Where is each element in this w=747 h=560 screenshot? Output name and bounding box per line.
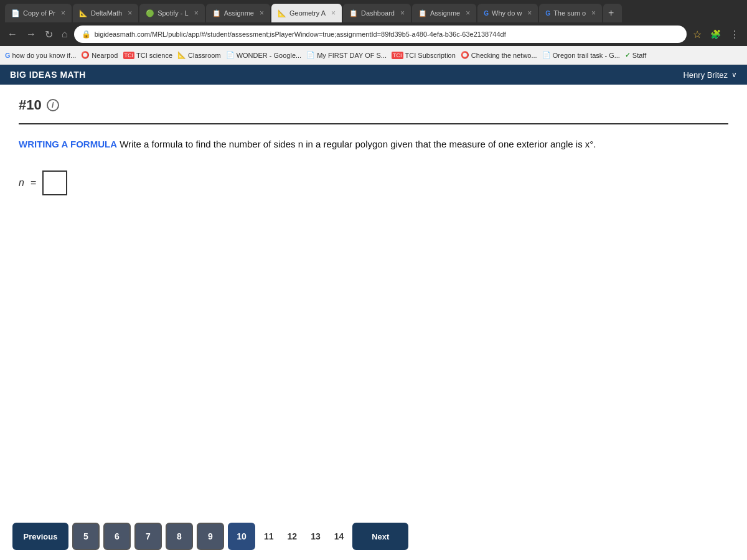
pagination-bar: Previous 5 6 7 8 9 10 11 12 13 14 Next	[0, 513, 747, 560]
tab-label-spotify: Spotify - L	[157, 9, 189, 17]
tab-label-deltamath: DeltaMath	[91, 9, 122, 17]
bookmark-label-checking: Checking the netwo...	[471, 52, 537, 59]
back-button[interactable]: ←	[5, 27, 20, 41]
bookmark-staff[interactable]: ✓ Staff	[625, 51, 646, 59]
main-content: BIG IDEAS MATH Henry Britez ∨ #10 i WRIT…	[0, 65, 747, 560]
bookmark-label-oregon: Oregon trail task - G...	[553, 52, 620, 59]
forward-button[interactable]: →	[24, 27, 39, 41]
equals-sign: =	[31, 177, 36, 189]
bookmark-label-nearpod: Nearpod	[92, 52, 118, 59]
bookmark-icon-checking: ⭕	[461, 51, 469, 59]
page-button-12[interactable]: 12	[283, 523, 303, 550]
bookmark-label-tci: TCI science	[136, 52, 172, 59]
tab-icon-dashboard: 📋	[349, 9, 358, 17]
bookmark-tci[interactable]: TCI TCI science	[123, 52, 173, 59]
tab-close-spotify[interactable]: ×	[194, 9, 199, 17]
tab-close-deltamath[interactable]: ×	[128, 9, 132, 17]
student-info[interactable]: Henry Britez ∨	[683, 70, 737, 80]
question-text: WRITING A FORMULA Write a formula to fin…	[19, 137, 728, 152]
page-button-14[interactable]: 14	[329, 523, 349, 550]
extensions-icon[interactable]: 🧩	[708, 28, 723, 40]
bookmark-firstday[interactable]: 📄 My FIRST DAY OF S...	[306, 51, 387, 59]
tab-icon-deltamath: 📐	[79, 9, 88, 17]
page-button-7[interactable]: 7	[134, 523, 162, 550]
question-type-label: WRITING A FORMULA	[19, 139, 117, 149]
tab-spotify[interactable]: 🟢 Spotify - L ×	[139, 4, 205, 22]
new-tab-button[interactable]: +	[603, 4, 622, 22]
tab-label-assignment1: Assignme	[224, 9, 254, 17]
home-button[interactable]: ⌂	[59, 27, 70, 41]
tab-dashboard[interactable]: 📋 Dashboard ×	[343, 4, 411, 22]
bookmark-label-classroom: Classroom	[188, 52, 221, 59]
address-bar-row: ← → ↻ ⌂ 🔒 bigideasmath.com/MRL/public/ap…	[0, 22, 747, 46]
tab-icon-copy: 📄	[11, 9, 20, 17]
tab-sum[interactable]: G The sum o ×	[539, 4, 602, 22]
page-button-5[interactable]: 5	[72, 523, 100, 550]
tab-icon-assignment2: 📋	[418, 9, 427, 17]
tab-icon-sum: G	[545, 10, 550, 17]
bookmark-nearpod[interactable]: ⭕ Nearpod	[81, 51, 118, 59]
bookmark-label-firstday: My FIRST DAY OF S...	[317, 52, 387, 59]
bookmark-icon-wonder: 📄	[226, 51, 235, 59]
page-button-13[interactable]: 13	[306, 523, 326, 550]
chevron-down-icon: ∨	[731, 70, 737, 79]
bim-header: BIG IDEAS MATH Henry Britez ∨	[0, 65, 747, 85]
question-number: #10 i	[19, 97, 728, 113]
tab-label-why-do: Why do w	[492, 9, 522, 17]
bookmark-oregon[interactable]: 📄 Oregon trail task - G...	[542, 51, 620, 59]
tab-copy-pr[interactable]: 📄 Copy of Pr ×	[5, 4, 72, 22]
tab-assignment2[interactable]: 📋 Assignme ×	[412, 4, 476, 22]
bookmark-tci-sub[interactable]: TCI TCI Subscription	[392, 52, 456, 59]
tab-close-assignment2[interactable]: ×	[466, 9, 470, 17]
answer-variable-label: n	[19, 177, 24, 189]
bookmark-star-icon[interactable]: ☆	[690, 27, 704, 42]
bookmark-icon-classroom: 📐	[177, 51, 186, 59]
bookmark-icon-staff: ✓	[625, 51, 631, 59]
tab-close-dashboard[interactable]: ×	[400, 9, 405, 17]
student-name-text: Henry Britez	[683, 70, 728, 80]
previous-button[interactable]: Previous	[12, 523, 68, 550]
tab-label-geometry: Geometry A	[289, 9, 326, 17]
tab-why-do[interactable]: G Why do w ×	[477, 4, 538, 22]
url-text: bigideasmath.com/MRL/public/app/#/studen…	[95, 30, 506, 38]
tab-close-copy[interactable]: ×	[61, 9, 65, 17]
bookmark-label-tci-sub: TCI Subscription	[405, 52, 456, 59]
question-area: #10 i WRITING A FORMULA Write a formula …	[0, 85, 747, 513]
tab-close-sum[interactable]: ×	[591, 9, 596, 17]
question-divider	[19, 123, 728, 124]
bookmark-label-staff: Staff	[632, 52, 646, 59]
tab-close-assignment1[interactable]: ×	[260, 9, 264, 17]
tab-label-dashboard: Dashboard	[361, 9, 395, 17]
tab-assignment1[interactable]: 📋 Assignme ×	[206, 4, 270, 22]
tab-close-geometry[interactable]: ×	[331, 9, 336, 17]
address-bar[interactable]: 🔒 bigideasmath.com/MRL/public/app/#/stud…	[74, 26, 687, 43]
bookmark-classroom[interactable]: 📐 Classroom	[177, 51, 221, 59]
bim-logo: BIG IDEAS MATH	[10, 70, 86, 80]
page-button-8[interactable]: 8	[166, 523, 193, 550]
bookmark-how-do[interactable]: G how do you know if...	[5, 52, 76, 59]
page-button-9[interactable]: 9	[197, 523, 224, 550]
menu-icon[interactable]: ⋮	[727, 27, 742, 42]
bookmark-checking[interactable]: ⭕ Checking the netwo...	[461, 51, 537, 59]
question-number-text: #10	[19, 97, 42, 113]
page-button-10[interactable]: 10	[228, 523, 255, 550]
tab-close-why-do[interactable]: ×	[527, 9, 532, 17]
bookmark-icon-oregon: 📄	[542, 51, 551, 59]
next-button[interactable]: Next	[352, 523, 408, 550]
bookmarks-bar: G how do you know if... ⭕ Nearpod TCI TC…	[0, 46, 747, 65]
answer-input-box[interactable]	[42, 170, 67, 195]
tab-geometry[interactable]: 📐 Geometry A ×	[271, 4, 342, 22]
tab-deltamath[interactable]: 📐 DeltaMath ×	[73, 4, 138, 22]
tab-icon-spotify: 🟢	[146, 9, 154, 17]
page-button-6[interactable]: 6	[103, 523, 131, 550]
bookmark-wonder[interactable]: 📄 WONDER - Google...	[226, 51, 302, 59]
tab-icon-geometry: 📐	[278, 9, 286, 17]
bookmark-icon-tci-sub: TCI	[392, 52, 403, 59]
reload-button[interactable]: ↻	[42, 27, 55, 42]
page-button-11[interactable]: 11	[259, 523, 279, 550]
info-icon[interactable]: i	[47, 99, 59, 111]
tab-label-sum: The sum o	[553, 9, 586, 17]
answer-row: n =	[19, 170, 728, 195]
tab-icon-assignment1: 📋	[212, 9, 221, 17]
bookmark-icon-tci: TCI	[123, 52, 135, 59]
